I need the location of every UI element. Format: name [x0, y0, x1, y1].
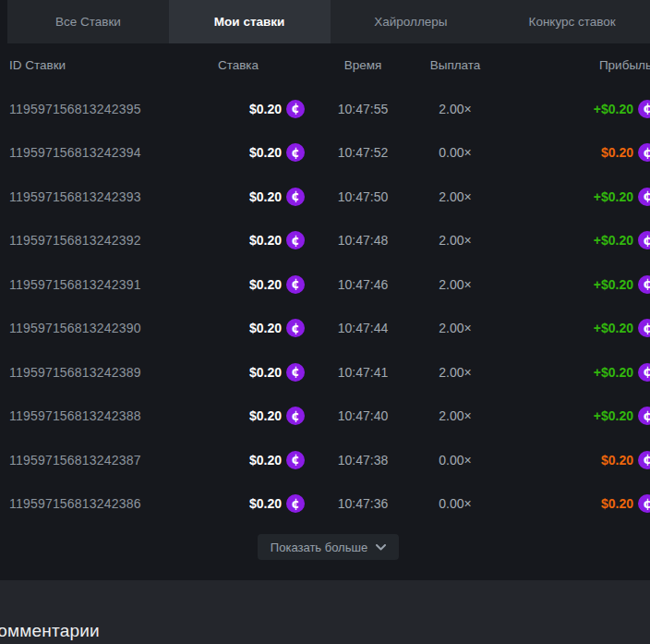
profit-value: +$0.20 [594, 189, 633, 204]
bet-amount-value: $0.20 [249, 102, 282, 116]
bet-time-cell: 10:47:36 [305, 496, 421, 511]
profit-value: +$0.20 [594, 365, 633, 380]
cent-coin-icon: ¢ [286, 231, 305, 249]
profit-value: +$0.20 [594, 102, 633, 116]
comments-section: Комментарии [0, 580, 650, 644]
profit-cell: +$0.20 ¢ [489, 319, 650, 337]
table-body: 119597156813242395 $0.20 ¢ 10:47:55 2.00… [0, 87, 650, 526]
tab-label: Конкурс ставок [529, 15, 616, 29]
header-payout: Выплата [421, 58, 489, 72]
bet-time-cell: 10:47:40 [305, 408, 421, 423]
table-row[interactable]: 119597156813242390 $0.20 ¢ 10:47:44 2.00… [0, 307, 650, 351]
bet-id-cell: 119597156813242389 [0, 365, 172, 380]
tab-bet-contest[interactable]: Конкурс ставок [491, 0, 650, 43]
bets-tabbar: Все Ставки Мои ставки Хайроллеры Конкурс… [7, 0, 650, 43]
cent-coin-icon: ¢ [638, 143, 650, 162]
cent-coin-icon: ¢ [286, 143, 305, 162]
bet-amount-value: $0.20 [249, 321, 282, 335]
table-row[interactable]: 119597156813242393 $0.20 ¢ 10:47:50 2.00… [0, 175, 650, 219]
bet-id-cell: 119597156813242392 [0, 233, 172, 248]
bet-amount-cell: $0.20 ¢ [172, 275, 305, 294]
bets-panel: Все Ставки Мои ставки Хайроллеры Конкурс… [0, 0, 650, 644]
table-row[interactable]: 119597156813242394 $0.20 ¢ 10:47:52 0.00… [0, 131, 650, 176]
show-more-container: Показать больше [0, 534, 650, 560]
payout-cell: 2.00× [421, 365, 489, 380]
profit-cell: +$0.20 ¢ [489, 363, 650, 382]
cent-coin-icon: ¢ [638, 494, 650, 513]
show-more-label: Показать больше [271, 541, 367, 554]
tab-high-rollers[interactable]: Хайроллеры [331, 0, 492, 43]
bet-id-cell: 119597156813242390 [0, 321, 172, 335]
cent-coin-icon: ¢ [286, 407, 305, 425]
header-profit: Прибыль [489, 58, 650, 72]
cent-coin-icon: ¢ [286, 494, 305, 513]
profit-cell: $0.20 ¢ [489, 494, 650, 513]
cent-coin-icon: ¢ [638, 451, 650, 469]
payout-cell: 2.00× [421, 102, 489, 116]
bet-amount-cell: $0.20 ¢ [172, 407, 305, 425]
table-row[interactable]: 119597156813242386 $0.20 ¢ 10:47:36 0.00… [0, 482, 650, 527]
cent-coin-icon: ¢ [286, 275, 305, 294]
bet-amount-value: $0.20 [249, 408, 282, 423]
cent-coin-icon: ¢ [286, 188, 305, 206]
bet-amount-value: $0.20 [249, 233, 282, 248]
profit-value: +$0.20 [594, 408, 633, 423]
bet-amount-cell: $0.20 ¢ [172, 100, 305, 118]
bet-time-cell: 10:47:41 [305, 365, 421, 380]
profit-value: +$0.20 [594, 321, 633, 335]
bet-id-cell: 119597156813242387 [0, 453, 172, 468]
profit-value: +$0.20 [594, 233, 633, 248]
profit-value: $0.20 [601, 496, 633, 511]
profit-value: $0.20 [601, 145, 633, 160]
bet-id-cell: 119597156813242395 [0, 102, 172, 116]
profit-cell: $0.20 ¢ [489, 143, 650, 162]
cent-coin-icon: ¢ [286, 363, 305, 382]
bet-amount-cell: $0.20 ¢ [172, 143, 305, 162]
bet-id-cell: 119597156813242394 [0, 145, 172, 160]
bet-id-cell: 119597156813242386 [0, 496, 172, 511]
bet-amount-cell: $0.20 ¢ [172, 319, 305, 337]
table-row[interactable]: 119597156813242387 $0.20 ¢ 10:47:38 0.00… [0, 438, 650, 482]
cent-coin-icon: ¢ [286, 451, 305, 469]
payout-cell: 0.00× [421, 453, 489, 468]
bet-id-cell: 119597156813242388 [0, 408, 172, 423]
profit-value: $0.20 [601, 453, 633, 468]
cent-coin-icon: ¢ [286, 319, 305, 337]
payout-cell: 0.00× [421, 496, 489, 511]
cent-coin-icon: ¢ [638, 188, 650, 206]
payout-cell: 2.00× [421, 233, 489, 248]
header-time: Время [305, 58, 421, 72]
cent-coin-icon: ¢ [638, 231, 650, 249]
cent-coin-icon: ¢ [638, 407, 650, 425]
bet-amount-value: $0.20 [249, 145, 282, 160]
profit-cell: +$0.20 ¢ [489, 188, 650, 206]
table-header-row: ID Ставки Ставка Время Выплата Прибыль [0, 43, 650, 87]
show-more-button[interactable]: Показать больше [258, 534, 399, 560]
table-row[interactable]: 119597156813242395 $0.20 ¢ 10:47:55 2.00… [0, 87, 650, 131]
payout-cell: 0.00× [421, 145, 489, 160]
tab-label: Все Ставки [55, 15, 121, 29]
bet-id-cell: 119597156813242391 [0, 277, 172, 292]
cent-coin-icon: ¢ [638, 319, 650, 337]
bet-amount-cell: $0.20 ¢ [172, 451, 305, 469]
bet-amount-cell: $0.20 ¢ [172, 231, 305, 249]
payout-cell: 2.00× [421, 277, 489, 292]
bet-time-cell: 10:47:55 [305, 102, 421, 116]
tab-all-bets[interactable]: Все Ставки [7, 0, 169, 43]
bet-amount-value: $0.20 [249, 189, 282, 204]
table-row[interactable]: 119597156813242389 $0.20 ¢ 10:47:41 2.00… [0, 350, 650, 395]
tab-my-bets[interactable]: Мои ставки [169, 0, 331, 43]
table-row[interactable]: 119597156813242388 $0.20 ¢ 10:47:40 2.00… [0, 395, 650, 439]
table-row[interactable]: 119597156813242391 $0.20 ¢ 10:47:46 2.00… [0, 262, 650, 307]
bet-amount-cell: $0.20 ¢ [172, 188, 305, 206]
payout-cell: 2.00× [421, 321, 489, 335]
tab-label: Хайроллеры [374, 15, 447, 29]
payout-cell: 2.00× [421, 408, 489, 423]
cent-coin-icon: ¢ [638, 363, 650, 382]
table-row[interactable]: 119597156813242392 $0.20 ¢ 10:47:48 2.00… [0, 219, 650, 263]
bet-amount-value: $0.20 [249, 365, 282, 380]
bet-time-cell: 10:47:52 [305, 145, 421, 160]
bet-amount-value: $0.20 [249, 453, 282, 468]
profit-cell: $0.20 ¢ [489, 451, 650, 469]
profit-cell: +$0.20 ¢ [489, 407, 650, 425]
